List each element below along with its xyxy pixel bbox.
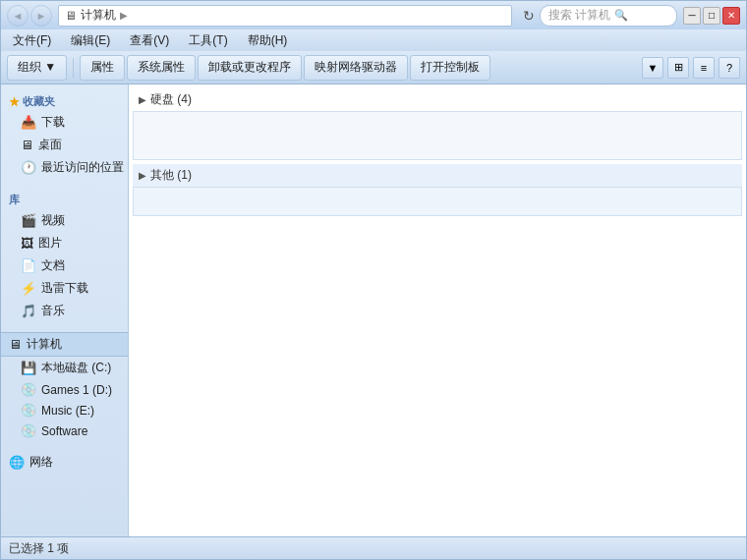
refresh-button[interactable]: ↻	[518, 5, 540, 27]
maximize-icon: □	[709, 10, 715, 21]
software-label: Software	[41, 424, 87, 438]
path-icon: 🖥	[65, 9, 77, 23]
other-section-header[interactable]: ▶ 其他 (1)	[133, 164, 742, 187]
search-bar[interactable]: 搜索 计算机 🔍	[540, 5, 677, 27]
sidebar-item-downloads[interactable]: 📥 下载	[1, 111, 128, 134]
window-controls: ─ □ ✕	[683, 7, 740, 25]
uninstall-button[interactable]: 卸载或更改程序	[198, 55, 302, 81]
open-control-panel-button[interactable]: 打开控制板	[410, 55, 490, 81]
forward-icon: ►	[36, 10, 47, 22]
view-icon1-button[interactable]: ⊞	[667, 57, 689, 79]
downloads-icon: 📥	[21, 115, 36, 130]
view-grid-icon: ⊞	[674, 61, 683, 74]
sidebar-item-videos[interactable]: 🎬 视频	[1, 209, 128, 232]
drive-d-label: Games 1 (D:)	[41, 383, 112, 397]
path-arrow: ▶	[120, 10, 128, 21]
back-icon: ◄	[13, 10, 24, 22]
main-area: ★ 收藏夹 📥 下载 🖥 桌面 🕐 最近访问的位置 库 🎬 视频 🖼 图片	[0, 84, 747, 536]
help-icon: ?	[726, 62, 732, 74]
sidebar-item-drive-e[interactable]: 💿 Music (E:)	[1, 400, 128, 420]
content-area: ▶ 硬盘 (4) ▶ 其他 (1)	[129, 84, 746, 536]
other-label: 其他 (1)	[150, 167, 192, 184]
favorites-header[interactable]: ★ 收藏夹	[1, 90, 128, 111]
drive-c-label: 本地磁盘 (C:)	[41, 360, 111, 376]
sidebar-item-computer[interactable]: 🖥 计算机	[1, 332, 128, 357]
pictures-label: 图片	[38, 235, 62, 252]
harddrives-label: 硬盘 (4)	[150, 91, 192, 108]
pictures-icon: 🖼	[21, 236, 33, 251]
videos-label: 视频	[41, 212, 65, 229]
music-label: 音乐	[41, 303, 65, 319]
menu-help[interactable]: 帮助(H)	[240, 30, 296, 51]
other-content	[133, 187, 742, 216]
star-icon: ★	[9, 95, 20, 109]
sidebar-item-network[interactable]: 🌐 网络	[1, 451, 128, 474]
documents-icon: 📄	[21, 258, 36, 273]
computer-icon: 🖥	[9, 337, 22, 352]
menu-bar: 文件(F) 编辑(E) 查看(V) 工具(T) 帮助(H)	[0, 29, 747, 51]
view-dropdown-icon: ▼	[648, 62, 659, 74]
menu-view[interactable]: 查看(V)	[122, 30, 177, 51]
software-icon: 💿	[21, 423, 36, 438]
toolbar: 组织 ▼ 属性 系统属性 卸载或更改程序 映射网络驱动器 打开控制板 ▼ ⊞ ≡…	[0, 51, 747, 84]
desktop-label: 桌面	[38, 137, 62, 153]
menu-tools[interactable]: 工具(T)	[181, 30, 235, 51]
sidebar: ★ 收藏夹 📥 下载 🖥 桌面 🕐 最近访问的位置 库 🎬 视频 🖼 图片	[1, 84, 129, 536]
libraries-label: 库	[9, 193, 20, 207]
separator-1	[73, 58, 74, 78]
refresh-icon: ↻	[523, 8, 535, 24]
view-list-icon: ≡	[701, 62, 707, 74]
thunder-label: 迅雷下载	[41, 280, 88, 297]
minimize-icon: ─	[688, 10, 695, 21]
close-icon: ✕	[727, 10, 735, 21]
minimize-button[interactable]: ─	[683, 7, 701, 25]
sidebar-item-documents[interactable]: 📄 文档	[1, 254, 128, 277]
sidebar-item-desktop[interactable]: 🖥 桌面	[1, 134, 128, 156]
view-dropdown-button[interactable]: ▼	[642, 57, 663, 79]
menu-edit[interactable]: 编辑(E)	[63, 30, 118, 51]
view-icon2-button[interactable]: ≡	[693, 57, 715, 79]
address-bar[interactable]: 🖥 计算机 ▶	[58, 5, 512, 27]
favorites-label: 收藏夹	[23, 94, 55, 109]
network-label: 网络	[29, 454, 53, 471]
status-bar: 已选择 1 项	[0, 536, 747, 560]
organize-button[interactable]: 组织 ▼	[7, 55, 67, 81]
libraries-header[interactable]: 库	[1, 189, 128, 209]
drive-c-icon: 💾	[21, 361, 36, 375]
properties-button[interactable]: 属性	[80, 55, 125, 81]
help-button[interactable]: ?	[718, 57, 740, 79]
harddrives-section-header[interactable]: ▶ 硬盘 (4)	[133, 88, 742, 111]
maximize-button[interactable]: □	[703, 7, 720, 25]
map-network-button[interactable]: 映射网络驱动器	[304, 55, 408, 81]
system-properties-button[interactable]: 系统属性	[127, 55, 196, 81]
back-button[interactable]: ◄	[7, 5, 29, 27]
nav-buttons: ◄ ►	[7, 5, 52, 27]
sidebar-item-software[interactable]: 💿 Software	[1, 420, 128, 441]
recent-label: 最近访问的位置	[41, 159, 124, 176]
thunder-icon: ⚡	[21, 281, 36, 296]
computer-label: 计算机	[27, 336, 62, 353]
sidebar-item-thunder[interactable]: ⚡ 迅雷下载	[1, 277, 128, 300]
sidebar-item-recent[interactable]: 🕐 最近访问的位置	[1, 156, 128, 179]
sidebar-item-drive-d[interactable]: 💿 Games 1 (D:)	[1, 379, 128, 400]
sidebar-item-pictures[interactable]: 🖼 图片	[1, 232, 128, 254]
path-text: 计算机	[81, 7, 116, 24]
close-button[interactable]: ✕	[722, 7, 740, 25]
harddrives-chevron: ▶	[139, 94, 146, 105]
drive-d-icon: 💿	[21, 382, 36, 397]
search-icon: 🔍	[614, 9, 628, 22]
title-bar: ◄ ► 🖥 计算机 ▶ ↻ 搜索 计算机 🔍 ─ □ ✕	[0, 0, 747, 29]
sidebar-item-music[interactable]: 🎵 音乐	[1, 300, 128, 322]
status-text: 已选择 1 项	[9, 540, 69, 557]
documents-label: 文档	[41, 257, 65, 274]
toolbar-right: ▼ ⊞ ≡ ?	[642, 57, 740, 79]
search-placeholder: 搜索 计算机	[548, 7, 610, 24]
forward-button[interactable]: ►	[30, 5, 52, 27]
network-icon: 🌐	[9, 455, 25, 470]
downloads-label: 下载	[41, 114, 65, 131]
desktop-icon: 🖥	[21, 138, 33, 152]
menu-file[interactable]: 文件(F)	[5, 30, 59, 51]
drive-e-icon: 💿	[21, 403, 36, 418]
recent-icon: 🕐	[21, 160, 36, 175]
sidebar-item-drive-c[interactable]: 💾 本地磁盘 (C:)	[1, 357, 128, 379]
